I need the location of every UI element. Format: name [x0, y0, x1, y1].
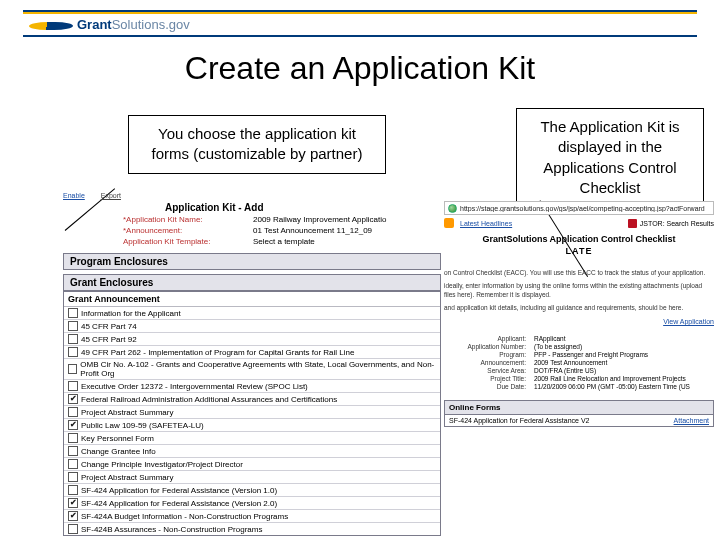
- kit-tmpl-value: Select a template: [253, 237, 315, 246]
- kit-name-label: *Application Kit Name:: [123, 215, 253, 226]
- form-row: Federal Railroad Administration Addition…: [64, 392, 440, 405]
- globe-icon: [448, 204, 457, 213]
- form-row-label: Federal Railroad Administration Addition…: [81, 395, 337, 404]
- meta-ann-k: Announcement:: [444, 359, 534, 366]
- brand-a: Grant: [77, 17, 112, 32]
- checklist-meta: Applicant:RApplicant Application Number:…: [444, 335, 714, 390]
- form-row-label: 45 CFR Part 92: [81, 335, 137, 344]
- grant-announcement-title: Grant Announcement: [64, 292, 440, 307]
- checkbox-icon[interactable]: [68, 321, 78, 331]
- form-row-label: SF-424B Assurances - Non-Construction Pr…: [81, 525, 262, 534]
- logo-swoosh-icon: [29, 18, 73, 32]
- form-row-label: Information for the Applicant: [81, 309, 181, 318]
- brand-wordmark: GrantSolutions.gov: [77, 17, 190, 32]
- form-row: Change Grantee Info: [64, 444, 440, 457]
- meta-svc-v: DOT/FRA (Entire US): [534, 367, 714, 374]
- checkbox-icon[interactable]: [68, 472, 78, 482]
- checkbox-icon[interactable]: [68, 420, 78, 430]
- status-late: LATE: [444, 246, 714, 256]
- meta-applicant-v: RApplicant: [534, 335, 714, 342]
- left-panel: Application Kit - Add *Application Kit N…: [63, 201, 441, 540]
- form-row: 45 CFR Part 74: [64, 319, 440, 332]
- meta-ann-v: 2009 Test Announcement: [534, 359, 714, 366]
- jstor-icon: [628, 219, 637, 228]
- view-application-link[interactable]: View Application: [444, 318, 714, 325]
- rt-section-online: Online Forms: [444, 400, 714, 415]
- meta-appnum-v: (To be assigned): [534, 343, 714, 350]
- bookmarks-row: Latest Headlines JSTOR: Search Results: [444, 218, 714, 228]
- section-grant: Grant Enclosures: [63, 274, 441, 291]
- form-row-label: Public Law 109-59 (SAFETEA-LU): [81, 421, 204, 430]
- form-row: Project Abstract Summary: [64, 470, 440, 483]
- helper-link-b[interactable]: Export: [101, 192, 121, 199]
- form-row-label: Change Principle Investigator/Project Di…: [81, 460, 243, 469]
- form-row-label: Project Abstract Summary: [81, 473, 173, 482]
- form-row: Executive Order 12372 - Intergovernmenta…: [64, 379, 440, 392]
- rt-form-row: SF-424 Application for Federal Assistanc…: [444, 415, 714, 427]
- bookmark-jstor[interactable]: JSTOR: Search Results: [628, 219, 714, 228]
- checklist-p3: and application kit details, including a…: [444, 303, 714, 312]
- kit-name-value: 2009 Railway Improvement Applicatio: [253, 215, 386, 224]
- checklist-title: GrantSolutions Application Control Check…: [444, 234, 714, 244]
- checkbox-icon[interactable]: [68, 498, 78, 508]
- kit-ann-label: *Announcement:: [123, 226, 253, 237]
- checkbox-icon[interactable]: [68, 459, 78, 469]
- form-row: Change Principle Investigator/Project Di…: [64, 457, 440, 470]
- form-row: SF-424 Application for Federal Assistanc…: [64, 483, 440, 496]
- checkbox-icon[interactable]: [68, 524, 78, 534]
- meta-svc-k: Service Area:: [444, 367, 534, 374]
- helper-links: Enable Export: [63, 192, 121, 199]
- address-bar[interactable]: https://stage.grantsolutions.gov/gs/jsp/…: [444, 201, 714, 215]
- form-row-label: Executive Order 12372 - Intergovernmenta…: [81, 382, 308, 391]
- kit-tmpl-label: Application Kit Template:: [123, 237, 253, 248]
- callout-left: You choose the application kit forms (cu…: [128, 115, 386, 174]
- checkbox-icon[interactable]: [68, 511, 78, 521]
- checkbox-icon[interactable]: [68, 485, 78, 495]
- rss-icon: [444, 218, 454, 228]
- page-title: Create an Application Kit: [0, 50, 720, 87]
- form-row-label: SF-424 Application for Federal Assistanc…: [81, 486, 277, 495]
- form-row: SF-424 Application for Federal Assistanc…: [64, 496, 440, 509]
- bookmark-headlines[interactable]: Latest Headlines: [460, 220, 512, 227]
- form-row: SF-424A Budget Information - Non-Constru…: [64, 509, 440, 522]
- form-row: 45 CFR Part 92: [64, 332, 440, 345]
- meta-due-k: Due Date:: [444, 383, 534, 390]
- checklist-p1: on Control Checklist (EACC). You will us…: [444, 268, 714, 277]
- form-row-label: 49 CFR Part 262 - Implementation of Prog…: [81, 348, 354, 357]
- form-row-label: 45 CFR Part 74: [81, 322, 137, 331]
- kit-head: Application Kit - Add: [165, 202, 441, 213]
- form-row: 49 CFR Part 262 - Implementation of Prog…: [64, 345, 440, 358]
- checkbox-icon[interactable]: [68, 308, 78, 318]
- rt-attachment-link[interactable]: Attachment: [674, 417, 709, 424]
- checkbox-icon[interactable]: [68, 381, 78, 391]
- form-row-label: Key Personnel Form: [81, 434, 154, 443]
- checkbox-icon[interactable]: [68, 407, 78, 417]
- address-url: https://stage.grantsolutions.gov/gs/jsp/…: [460, 205, 710, 212]
- form-row: Project Abstract Summary: [64, 405, 440, 418]
- form-row-label: OMB Cir No. A-102 - Grants and Cooperati…: [80, 360, 436, 378]
- meta-title-v: 2009 Rail Line Relocation and Improvemen…: [534, 375, 714, 382]
- checkbox-icon[interactable]: [68, 446, 78, 456]
- checkbox-icon[interactable]: [68, 433, 78, 443]
- helper-link-a[interactable]: Enable: [63, 192, 85, 199]
- checkbox-icon[interactable]: [68, 394, 78, 404]
- checkbox-icon[interactable]: [68, 334, 78, 344]
- checkbox-icon[interactable]: [68, 364, 77, 374]
- kit-ann-value: 01 Test Announcement 11_12_09: [253, 226, 372, 235]
- meta-due-v: 11/20/2009 06:00 PM (GMT -05:00) Eastern…: [534, 383, 714, 390]
- right-panel: https://stage.grantsolutions.gov/gs/jsp/…: [444, 201, 714, 427]
- form-row-label: SF-424 Application for Federal Assistanc…: [81, 499, 277, 508]
- form-row: Key Personnel Form: [64, 431, 440, 444]
- form-row-label: SF-424A Budget Information - Non-Constru…: [81, 512, 288, 521]
- meta-program-v: PFP - Passenger and Freight Programs: [534, 351, 714, 358]
- meta-title-k: Project Title:: [444, 375, 534, 382]
- meta-program-k: Program:: [444, 351, 534, 358]
- callout-right: The Application Kit is displayed in the …: [516, 108, 704, 207]
- meta-applicant-k: Applicant:: [444, 335, 534, 342]
- brand-header: GrantSolutions.gov: [23, 10, 697, 37]
- brand-b: Solutions: [112, 17, 165, 32]
- brand-c: .gov: [165, 17, 190, 32]
- checkbox-icon[interactable]: [68, 347, 78, 357]
- form-row: OMB Cir No. A-102 - Grants and Cooperati…: [64, 358, 440, 379]
- checklist-p2: ideally, enter information by using the …: [444, 281, 714, 299]
